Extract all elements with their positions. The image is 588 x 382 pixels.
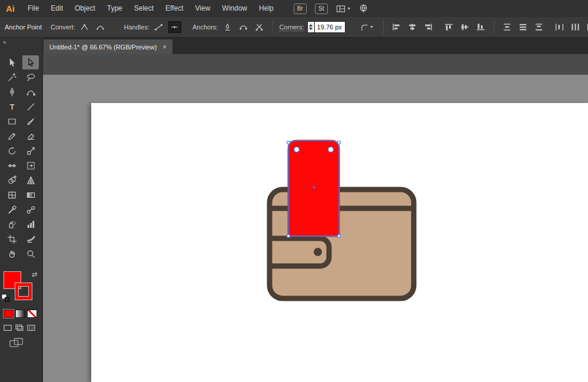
tool-perspective-grid[interactable] [22,173,39,187]
tool-gradient[interactable] [22,188,39,202]
document-tab[interactable]: Untitled-1* @ 66.67% (RGB/Preview) × [44,39,172,54]
magic-wand-tool-icon [7,72,17,82]
anchor-point[interactable] [287,235,290,237]
tool-symbol-sprayer[interactable] [4,217,20,231]
show-handles-button[interactable] [152,21,165,33]
hand-tool-icon [7,249,17,259]
draw-normal-button[interactable] [3,324,12,332]
hide-handles-button[interactable] [168,21,181,33]
anchor-point[interactable] [287,141,290,144]
corner-options-dropdown[interactable]: ▾ [357,21,377,33]
tool-shaper[interactable] [4,129,20,143]
tool-eyedropper[interactable] [4,202,20,217]
convert-corner-icon [80,23,89,31]
tool-type[interactable]: T [4,99,20,114]
distribute-vertical-bottom-button[interactable] [533,21,546,33]
align-horizontal-center-button[interactable] [406,21,419,33]
align-vertical-top-button[interactable] [443,21,456,33]
drawing-mode-buttons [3,324,36,332]
share-button[interactable] [358,4,368,14]
distribute-horizontal-left-button[interactable] [553,21,566,33]
menu-file[interactable]: File [22,0,45,17]
tool-mesh[interactable] [4,188,20,202]
cut-path-button[interactable] [253,21,265,33]
menu-window[interactable]: Window [216,0,253,17]
convert-to-corner-button[interactable] [78,21,91,33]
corners-stepper[interactable] [307,21,315,33]
menu-help[interactable]: Help [253,0,280,17]
stepper-down-icon [309,28,313,30]
menu-effect[interactable]: Effect [160,0,189,17]
remove-anchor-button[interactable] [221,21,234,33]
blend-tool-icon [26,205,36,215]
distribute-vertical-center-button[interactable] [517,21,530,33]
tool-free-transform[interactable] [22,158,39,172]
menu-type[interactable]: Type [101,0,128,17]
tool-scale[interactable] [22,144,39,158]
convert-label: Convert: [51,24,75,31]
tool-zoom[interactable] [22,247,39,261]
tool-magic-wand[interactable] [4,70,20,84]
anchor-point[interactable] [338,141,340,144]
menu-select[interactable]: Select [128,0,160,17]
corner-widget[interactable] [294,147,300,152]
tool-lasso[interactable] [22,70,39,84]
bridge-button[interactable]: Br [294,4,307,14]
align-vertical-bottom-button[interactable] [474,21,487,33]
tool-paintbrush[interactable] [22,114,39,128]
draw-inside-button[interactable] [26,324,36,332]
swap-fill-stroke-icon[interactable]: ⇄ [32,271,37,278]
menubar-right-icons: Br St ▾ [294,4,368,14]
connect-endpoints-icon [239,23,248,31]
align-vertical-center-button[interactable] [459,21,471,33]
anchor-point[interactable] [338,235,340,237]
tool-width[interactable] [4,158,20,172]
none-button[interactable] [27,310,37,318]
tool-slice[interactable] [22,232,39,246]
tool-rectangle[interactable] [4,114,20,128]
default-fill-stroke-button[interactable] [2,294,11,303]
gradient-button[interactable] [15,310,25,318]
menu-object[interactable]: Object [69,0,101,17]
credit-card[interactable] [288,141,339,236]
tool-eraser[interactable] [22,129,39,143]
menu-view[interactable]: View [190,0,217,17]
menu-edit[interactable]: Edit [45,0,69,17]
color-button[interactable] [4,310,14,318]
convert-to-smooth-button[interactable] [94,21,107,33]
corner-widget[interactable] [328,147,334,152]
align-horizontal-left-button[interactable] [390,21,403,33]
connect-endpoints-button[interactable] [237,21,250,33]
artboard[interactable] [91,103,588,382]
stock-button[interactable]: St [315,4,328,14]
screen-mode-button[interactable] [9,338,24,348]
tab-close-icon[interactable]: × [162,44,167,51]
wallet-button[interactable] [314,248,322,256]
align-horizontal-left-icon [392,23,401,31]
stroke-color-swatch[interactable] [15,283,32,300]
distribute-horizontal-center-button[interactable] [569,21,582,33]
tool-curvature[interactable] [22,85,39,99]
tool-hand[interactable] [4,247,20,261]
draw-behind-button[interactable] [15,324,24,332]
corners-link[interactable]: Corners: [279,24,304,31]
tool-artboard[interactable] [4,232,20,246]
tool-direct-selection[interactable] [22,55,39,69]
tool-pen[interactable] [4,85,20,99]
credit-card-shape[interactable] [288,141,339,236]
tool-line-segment[interactable] [22,99,39,114]
collapse-panel-icon[interactable]: « [3,39,6,45]
workspace-icon [336,5,346,13]
corners-input[interactable] [315,21,346,33]
tool-blend[interactable] [22,202,39,217]
tool-column-graph[interactable] [22,217,39,231]
tool-selection[interactable] [4,55,20,69]
direct-selection-tool-icon [26,58,36,68]
distribute-horizontal-right-button[interactable] [585,21,588,33]
tool-shape-builder[interactable] [4,173,20,187]
align-horizontal-right-button[interactable] [422,21,435,33]
distribute-vertical-top-button[interactable] [501,21,514,33]
workspace-switcher[interactable]: ▾ [336,5,350,13]
tool-rotate[interactable] [4,144,20,158]
align-horizontal-right-icon [424,23,433,31]
